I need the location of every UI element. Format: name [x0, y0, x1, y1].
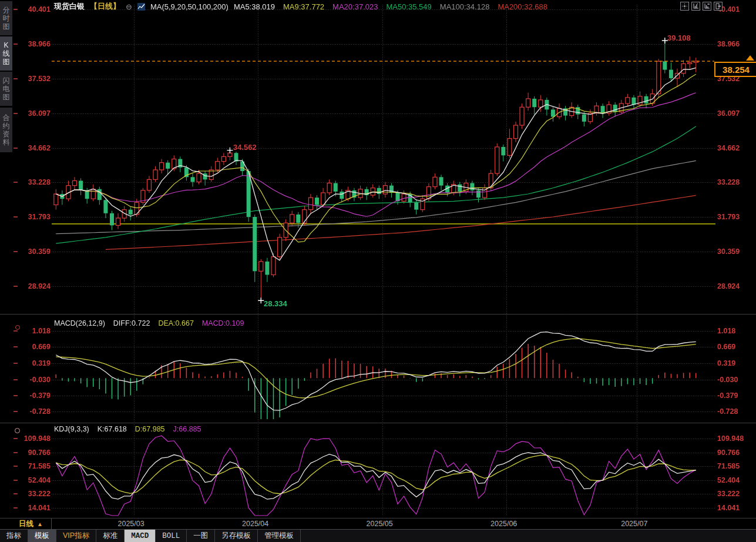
- sidebar-tab-char: 资: [3, 130, 10, 138]
- toolbar-tab-指标[interactable]: 指标: [0, 530, 28, 542]
- mini-chart-icon: [137, 3, 145, 11]
- y-axis-label: 1.018: [717, 327, 735, 335]
- pan-icon[interactable]: [680, 2, 689, 11]
- toolbar-tab-模板[interactable]: 模板: [28, 530, 56, 542]
- scale-right-icon[interactable]: [703, 2, 711, 11]
- y-axis-label: 71.585: [717, 462, 740, 470]
- ma-value-label: MA20:37.023: [332, 2, 378, 11]
- last-price-box: 38.254: [714, 62, 756, 77]
- kdj-pane-header: KDJ(9,3,3) K:67.618 D:67.985 J:66.885: [54, 425, 201, 434]
- high-annotation: 39.108: [667, 34, 691, 42]
- y-axis-label: 109.948: [0, 434, 51, 443]
- toolbar-tab-管理模板[interactable]: 管理模板: [258, 530, 301, 542]
- sidebar-tab-kline-chart[interactable]: K线图: [0, 36, 12, 71]
- date-axis-row: 日线 ▲ 2025/032025/042025/052025/062025/07: [0, 518, 756, 529]
- y-axis-label: 33.228: [717, 178, 740, 186]
- y-axis-label: 31.793: [717, 213, 740, 221]
- price-arrow-icon: [746, 55, 754, 61]
- low-annotation: 28.334: [264, 299, 287, 308]
- y-axis-label: 28.924: [0, 282, 51, 290]
- y-axis-label: 0.669: [0, 343, 51, 351]
- ma-value-label: MA100:34.128: [440, 2, 490, 11]
- chart-canvas[interactable]: [0, 0, 756, 542]
- x-axis-label: 2025/03: [118, 520, 145, 528]
- ma-group-label: MA(5,9,20,50,100,200): [150, 2, 229, 11]
- ma-value-label: MA50:35.549: [386, 2, 431, 11]
- sidebar-tab-char: 分: [3, 6, 10, 14]
- y-axis-label: -0.030: [717, 376, 738, 384]
- y-axis-label: 1.018: [0, 327, 51, 335]
- y-axis-label: 90.766: [717, 449, 740, 457]
- sidebar-tab-char: K: [4, 41, 8, 49]
- y-axis-label: 0.319: [717, 359, 735, 367]
- sidebar-tab-contract-info[interactable]: 合约资料: [0, 108, 12, 152]
- macd-title: MACD(26,12,9): [54, 319, 105, 328]
- macd-dea-value: DEA:0.667: [158, 319, 193, 328]
- y-axis-label: 30.359: [717, 247, 740, 256]
- sidebar-tab-char: 闪: [3, 76, 10, 85]
- x-axis-label: 2025/04: [242, 520, 268, 528]
- sidebar-tab-char: 线: [3, 49, 10, 58]
- ma-value-label: MA5:38.019: [234, 2, 275, 11]
- y-axis-label: 14.041: [717, 504, 740, 512]
- y-axis-label: 31.793: [0, 213, 51, 221]
- y-axis-label: 34.662: [717, 144, 740, 152]
- kdj-pane-dot-icon[interactable]: [15, 428, 20, 433]
- period-label: 日线: [19, 519, 33, 529]
- y-axis-label: 30.359: [0, 247, 51, 256]
- y-axis-label: -0.379: [717, 392, 738, 400]
- y-axis-label: 33.222: [717, 490, 740, 498]
- x-axis-label: 2025/06: [490, 520, 517, 528]
- toolbar-tab-MACD[interactable]: MACD: [125, 530, 156, 542]
- y-axis-label: 33.228: [0, 178, 51, 186]
- chart-header: 现货白银 【日线】 ⊖ MA(5,9,20,50,100,200) MA5:38…: [54, 2, 547, 11]
- exit-icon[interactable]: [714, 2, 723, 11]
- period-arrow-icon: ▲: [37, 521, 43, 527]
- y-axis-label: 14.041: [0, 504, 51, 512]
- sidebar-tab-char: 电: [3, 85, 10, 93]
- y-axis-label: 38.966: [717, 40, 740, 48]
- y-axis-label: 36.097: [717, 109, 740, 118]
- sidebar-tab-time-chart[interactable]: 分时图: [0, 1, 12, 35]
- ma-value-label: MA200:32.688: [498, 2, 547, 11]
- y-axis-label: 28.924: [717, 282, 740, 290]
- y-axis-label: 90.766: [0, 449, 51, 457]
- period-selector[interactable]: 日线 ▲: [13, 518, 52, 529]
- sidebar-tab-char: 合: [3, 113, 10, 122]
- sidebar-tab-char: 图: [3, 58, 10, 66]
- ma-value-label: MA9:37.772: [283, 2, 324, 11]
- toolbar-tab-一图[interactable]: 一图: [187, 530, 215, 542]
- y-axis-label: -0.728: [717, 407, 738, 416]
- instrument-name: 现货白银: [54, 1, 85, 12]
- y-axis-label: 52.404: [717, 476, 740, 484]
- toolbar-tab-另存模板[interactable]: 另存模板: [215, 530, 258, 542]
- kdj-k-value: K:67.618: [98, 425, 127, 434]
- sidebar-tab-flash-chart[interactable]: 闪电图: [0, 72, 12, 106]
- macd-pane-dot-icon[interactable]: [15, 325, 20, 330]
- trading-app: { "sidebar": {"items": [ {"label": "分时图"…: [0, 0, 756, 542]
- chart-toolbar-icons: [680, 2, 723, 11]
- sidebar-tab-char: 约: [3, 122, 10, 130]
- y-axis-label: -0.379: [0, 392, 51, 400]
- macd-pane-header: MACD(26,12,9) DIFF:0.722 DEA:0.667 MACD:…: [54, 319, 244, 328]
- macd-macd-value: MACD:0.109: [202, 319, 244, 328]
- macd-diff-value: DIFF:0.722: [113, 319, 150, 328]
- y-axis-label: 52.404: [0, 476, 51, 484]
- y-axis-label: -0.030: [0, 376, 51, 384]
- y-axis-label: 71.585: [0, 462, 51, 470]
- toolbar-tab-VIP指标[interactable]: VIP指标: [56, 530, 96, 542]
- bottom-toolbar: 指标模板VIP指标标准MACDBOLL一图另存模板管理模板: [0, 529, 756, 542]
- y-axis-label: 0.669: [717, 343, 735, 351]
- kdj-j-value: J:66.885: [173, 425, 201, 434]
- ma-values: MA5:38.019MA9:37.772MA20:37.023MA50:35.5…: [234, 2, 547, 11]
- x-axis-label: 2025/05: [367, 520, 393, 528]
- scale-left-icon[interactable]: [691, 2, 700, 11]
- toolbar-tab-标准[interactable]: 标准: [96, 530, 125, 542]
- period-tag: 【日线】: [90, 1, 120, 12]
- y-axis-label: -0.728: [0, 407, 51, 416]
- sidebar-tab-char: 料: [3, 138, 10, 146]
- collapse-icon[interactable]: ⊖: [126, 2, 132, 11]
- toolbar-tab-BOLL[interactable]: BOLL: [156, 530, 187, 542]
- y-axis-label: 0.319: [0, 359, 51, 367]
- kdj-d-value: D:67.985: [135, 425, 165, 434]
